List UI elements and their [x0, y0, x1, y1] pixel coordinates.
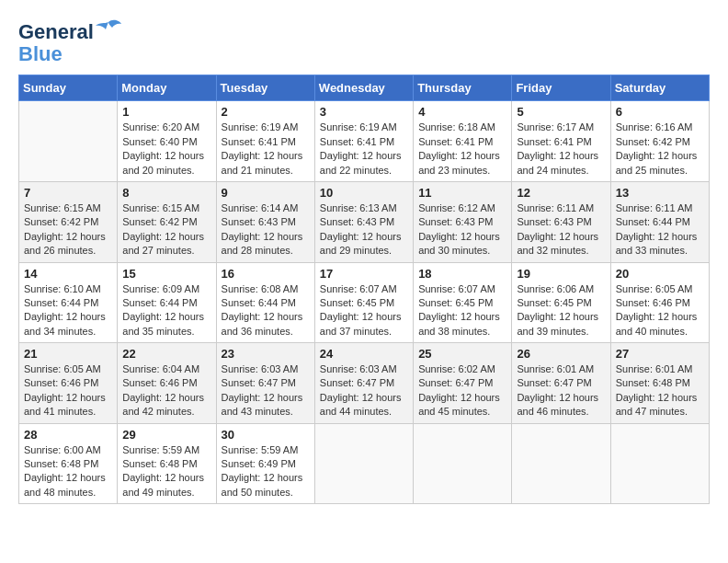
- sunrise-text: Sunrise: 5:59 AM: [122, 443, 210, 457]
- day-info: Sunrise: 6:12 AMSunset: 6:43 PMDaylight:…: [418, 201, 506, 259]
- calendar-day-cell: 26Sunrise: 6:01 AMSunset: 6:47 PMDayligh…: [512, 343, 610, 424]
- sunset-text: Sunset: 6:47 PM: [418, 376, 506, 390]
- day-info: Sunrise: 6:06 AMSunset: 6:45 PMDaylight:…: [517, 282, 605, 339]
- day-number: 19: [517, 267, 605, 281]
- sunset-text: Sunset: 6:42 PM: [616, 135, 704, 149]
- calendar-week-row: 7Sunrise: 6:15 AMSunset: 6:42 PMDaylight…: [19, 181, 710, 262]
- weekday-header-tuesday: Tuesday: [216, 75, 314, 101]
- sunrise-text: Sunrise: 6:04 AM: [122, 362, 210, 376]
- sunrise-text: Sunrise: 6:16 AM: [616, 121, 704, 134]
- daylight-text-line2: and 28 minutes.: [222, 244, 310, 258]
- calendar-day-cell: 11Sunrise: 6:12 AMSunset: 6:43 PMDayligh…: [414, 181, 512, 262]
- daylight-text-line2: and 21 minutes.: [222, 164, 310, 178]
- sunrise-text: Sunrise: 6:08 AM: [222, 282, 310, 296]
- sunset-text: Sunset: 6:45 PM: [418, 296, 506, 310]
- day-number: 5: [517, 105, 605, 119]
- sunset-text: Sunset: 6:44 PM: [122, 296, 210, 310]
- logo-bird-icon: [96, 18, 121, 39]
- daylight-text-line2: and 48 minutes.: [24, 486, 112, 500]
- calendar-day-cell: 23Sunrise: 6:03 AMSunset: 6:47 PMDayligh…: [216, 343, 314, 424]
- sunset-text: Sunset: 6:41 PM: [222, 135, 310, 149]
- sunrise-text: Sunrise: 6:03 AM: [320, 362, 408, 376]
- sunrise-text: Sunrise: 6:11 AM: [616, 201, 704, 215]
- daylight-text-line1: Daylight: 12 hours: [418, 310, 506, 324]
- daylight-text-line1: Daylight: 12 hours: [517, 149, 605, 163]
- day-info: Sunrise: 6:09 AMSunset: 6:44 PMDaylight:…: [122, 282, 210, 339]
- calendar-week-row: 14Sunrise: 6:10 AMSunset: 6:44 PMDayligh…: [19, 262, 710, 343]
- daylight-text-line1: Daylight: 12 hours: [320, 149, 408, 163]
- sunrise-text: Sunrise: 6:02 AM: [418, 362, 506, 376]
- calendar-week-row: 1Sunrise: 6:20 AMSunset: 6:40 PMDaylight…: [19, 101, 710, 182]
- day-info: Sunrise: 6:07 AMSunset: 6:45 PMDaylight:…: [320, 282, 408, 339]
- daylight-text-line1: Daylight: 12 hours: [418, 230, 506, 244]
- sunrise-text: Sunrise: 6:07 AM: [418, 282, 506, 296]
- calendar-day-cell: 14Sunrise: 6:10 AMSunset: 6:44 PMDayligh…: [19, 262, 118, 343]
- day-number: 27: [616, 347, 704, 361]
- calendar-day-cell: 7Sunrise: 6:15 AMSunset: 6:42 PMDaylight…: [19, 181, 118, 262]
- day-info: Sunrise: 6:15 AMSunset: 6:42 PMDaylight:…: [122, 201, 210, 259]
- daylight-text-line1: Daylight: 12 hours: [517, 391, 605, 405]
- calendar-day-cell: 13Sunrise: 6:11 AMSunset: 6:44 PMDayligh…: [610, 181, 709, 262]
- day-info: Sunrise: 6:03 AMSunset: 6:47 PMDaylight:…: [320, 362, 408, 419]
- day-info: Sunrise: 6:01 AMSunset: 6:47 PMDaylight:…: [517, 362, 605, 419]
- calendar-day-cell: 6Sunrise: 6:16 AMSunset: 6:42 PMDaylight…: [610, 101, 709, 182]
- calendar-week-row: 21Sunrise: 6:05 AMSunset: 6:46 PMDayligh…: [19, 343, 710, 424]
- day-number: 30: [222, 428, 310, 442]
- daylight-text-line2: and 32 minutes.: [517, 244, 605, 258]
- daylight-text-line1: Daylight: 12 hours: [24, 230, 112, 244]
- day-info: Sunrise: 6:02 AMSunset: 6:47 PMDaylight:…: [418, 362, 506, 419]
- daylight-text-line1: Daylight: 12 hours: [418, 391, 506, 405]
- calendar-day-cell: 8Sunrise: 6:15 AMSunset: 6:42 PMDaylight…: [118, 181, 216, 262]
- sunset-text: Sunset: 6:46 PM: [122, 376, 210, 390]
- daylight-text-line1: Daylight: 12 hours: [616, 230, 704, 244]
- calendar-day-cell: 19Sunrise: 6:06 AMSunset: 6:45 PMDayligh…: [512, 262, 610, 343]
- day-number: 7: [24, 186, 112, 200]
- sunset-text: Sunset: 6:42 PM: [24, 215, 112, 229]
- calendar-day-cell: 9Sunrise: 6:14 AMSunset: 6:43 PMDaylight…: [216, 181, 314, 262]
- day-number: 12: [517, 186, 605, 200]
- daylight-text-line1: Daylight: 12 hours: [320, 230, 408, 244]
- daylight-text-line2: and 33 minutes.: [616, 244, 704, 258]
- daylight-text-line2: and 36 minutes.: [222, 325, 310, 339]
- weekday-header-friday: Friday: [512, 75, 610, 101]
- weekday-header-saturday: Saturday: [610, 75, 709, 101]
- calendar-header-row: SundayMondayTuesdayWednesdayThursdayFrid…: [19, 75, 710, 101]
- daylight-text-line1: Daylight: 12 hours: [122, 391, 210, 405]
- sunrise-text: Sunrise: 6:17 AM: [517, 121, 605, 134]
- daylight-text-line1: Daylight: 12 hours: [320, 391, 408, 405]
- sunset-text: Sunset: 6:42 PM: [122, 215, 210, 229]
- sunset-text: Sunset: 6:43 PM: [517, 215, 605, 229]
- day-info: Sunrise: 6:04 AMSunset: 6:46 PMDaylight:…: [122, 362, 210, 419]
- sunrise-text: Sunrise: 6:05 AM: [616, 282, 704, 296]
- day-info: Sunrise: 6:11 AMSunset: 6:44 PMDaylight:…: [616, 201, 704, 259]
- calendar-day-cell: 18Sunrise: 6:07 AMSunset: 6:45 PMDayligh…: [414, 262, 512, 343]
- day-info: Sunrise: 6:05 AMSunset: 6:46 PMDaylight:…: [616, 282, 704, 339]
- day-info: Sunrise: 6:05 AMSunset: 6:46 PMDaylight:…: [24, 362, 112, 419]
- day-number: 14: [24, 267, 112, 281]
- daylight-text-line1: Daylight: 12 hours: [122, 230, 210, 244]
- day-info: Sunrise: 6:20 AMSunset: 6:40 PMDaylight:…: [122, 121, 210, 178]
- sunset-text: Sunset: 6:47 PM: [320, 376, 408, 390]
- daylight-text-line2: and 39 minutes.: [517, 325, 605, 339]
- sunrise-text: Sunrise: 6:11 AM: [517, 201, 605, 215]
- sunset-text: Sunset: 6:48 PM: [24, 457, 112, 471]
- sunset-text: Sunset: 6:47 PM: [517, 376, 605, 390]
- sunset-text: Sunset: 6:41 PM: [418, 135, 506, 149]
- daylight-text-line1: Daylight: 12 hours: [616, 391, 704, 405]
- day-number: 26: [517, 347, 605, 361]
- daylight-text-line1: Daylight: 12 hours: [122, 149, 210, 163]
- day-number: 28: [24, 428, 112, 442]
- sunset-text: Sunset: 6:43 PM: [418, 215, 506, 229]
- daylight-text-line1: Daylight: 12 hours: [616, 149, 704, 163]
- sunset-text: Sunset: 6:46 PM: [616, 296, 704, 310]
- calendar-day-cell: 2Sunrise: 6:19 AMSunset: 6:41 PMDaylight…: [216, 101, 314, 182]
- sunset-text: Sunset: 6:48 PM: [122, 457, 210, 471]
- calendar-day-cell: 27Sunrise: 6:01 AMSunset: 6:48 PMDayligh…: [610, 343, 709, 424]
- calendar-day-cell: 10Sunrise: 6:13 AMSunset: 6:43 PMDayligh…: [314, 181, 413, 262]
- calendar-day-cell: 12Sunrise: 6:11 AMSunset: 6:43 PMDayligh…: [512, 181, 610, 262]
- daylight-text-line1: Daylight: 12 hours: [122, 310, 210, 324]
- sunset-text: Sunset: 6:44 PM: [222, 296, 310, 310]
- daylight-text-line1: Daylight: 12 hours: [24, 391, 112, 405]
- daylight-text-line1: Daylight: 12 hours: [24, 471, 112, 485]
- sunset-text: Sunset: 6:44 PM: [616, 215, 704, 229]
